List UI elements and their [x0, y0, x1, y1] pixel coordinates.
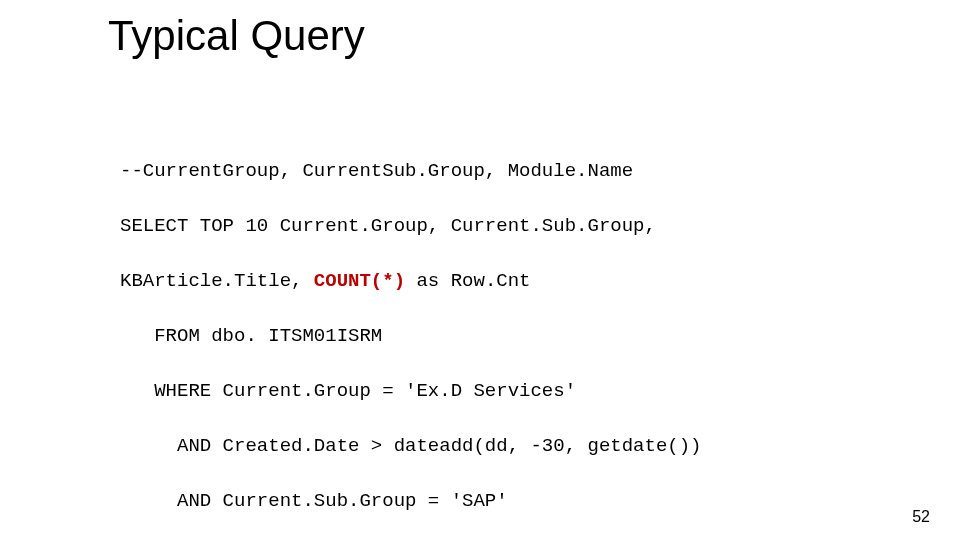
code-line: SELECT TOP 10 Current.Group, Current.Sub…: [120, 213, 900, 241]
sql-code-block: --CurrentGroup, CurrentSub.Group, Module…: [120, 130, 900, 540]
code-text: KBArticle.Title,: [120, 270, 314, 292]
code-line: AND Created.Date > dateadd(dd, -30, getd…: [120, 433, 900, 461]
slide-title: Typical Query: [108, 12, 365, 60]
slide: Typical Query --CurrentGroup, CurrentSub…: [0, 0, 960, 540]
code-line: --CurrentGroup, CurrentSub.Group, Module…: [120, 158, 900, 186]
page-number: 52: [912, 508, 930, 526]
code-highlight: COUNT(*): [314, 270, 405, 292]
code-line: WHERE Current.Group = 'Ex.D Services': [120, 378, 900, 406]
code-line: AND Current.Sub.Group = 'SAP': [120, 488, 900, 516]
code-line: KBArticle.Title, COUNT(*) as Row.Cnt: [120, 268, 900, 296]
code-text: as Row.Cnt: [405, 270, 530, 292]
code-line: FROM dbo. ITSM01ISRM: [120, 323, 900, 351]
